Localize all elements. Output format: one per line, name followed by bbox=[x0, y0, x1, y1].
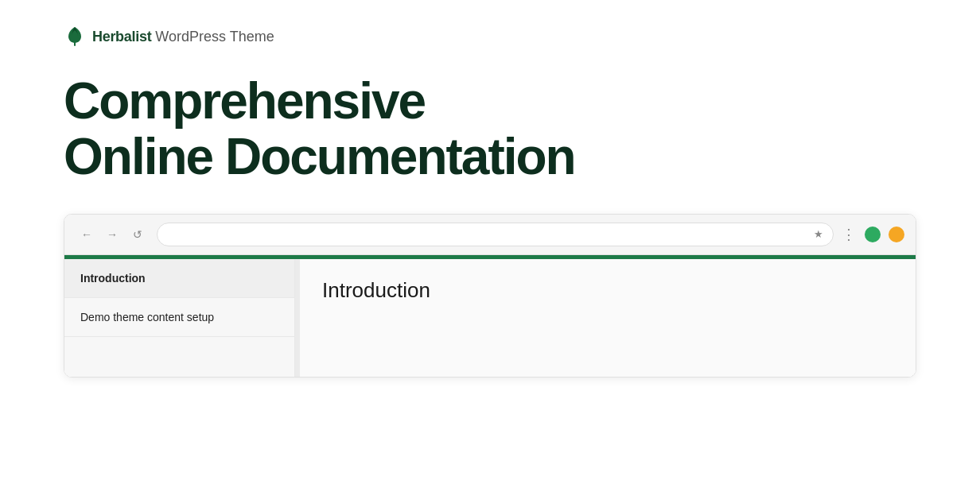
main-heading-area: Comprehensive Online Documentation bbox=[0, 67, 980, 214]
logo-subtitle-text: WordPress Theme bbox=[151, 29, 274, 45]
sidebar-label-introduction: Introduction bbox=[80, 272, 146, 285]
sidebar-item-demo-theme[interactable]: Demo theme content setup bbox=[64, 298, 294, 337]
more-options-icon[interactable]: ⋮ bbox=[842, 226, 857, 243]
toolbar-right: ⋮ bbox=[842, 226, 904, 243]
nav-buttons: ← → ↺ bbox=[76, 223, 149, 246]
green-dot-icon bbox=[865, 227, 881, 242]
bookmark-icon: ★ bbox=[814, 228, 823, 240]
browser-toolbar: ← → ↺ ★ ⋮ bbox=[64, 215, 916, 255]
svg-rect-0 bbox=[74, 41, 76, 46]
herbalist-logo-icon bbox=[64, 25, 86, 48]
sidebar-item-introduction[interactable]: Introduction bbox=[64, 259, 294, 298]
forward-button[interactable]: → bbox=[101, 223, 123, 246]
docs-main: Introduction bbox=[300, 259, 916, 377]
page-title: Comprehensive Online Documentation bbox=[64, 73, 916, 185]
back-button[interactable]: ← bbox=[76, 223, 98, 246]
content-heading: Introduction bbox=[322, 278, 893, 303]
logo-brand: Herbalist WordPress Theme bbox=[92, 29, 274, 45]
browser-content: Introduction Demo theme content setup In… bbox=[64, 259, 916, 377]
docs-sidebar: Introduction Demo theme content setup bbox=[64, 259, 295, 377]
yellow-dot-icon bbox=[889, 227, 904, 242]
address-bar[interactable]: ★ bbox=[157, 223, 834, 246]
logo-area: Herbalist WordPress Theme bbox=[0, 0, 980, 67]
heading-line2: Online Documentation bbox=[64, 128, 575, 185]
page-wrapper: Herbalist WordPress Theme Comprehensive … bbox=[0, 0, 980, 488]
heading-line1: Comprehensive bbox=[64, 72, 425, 130]
browser-mockup: ← → ↺ ★ ⋮ bbox=[64, 214, 916, 378]
reload-button[interactable]: ↺ bbox=[126, 223, 149, 246]
logo-brand-text: Herbalist bbox=[92, 29, 151, 45]
sidebar-label-demo-theme: Demo theme content setup bbox=[80, 311, 214, 323]
